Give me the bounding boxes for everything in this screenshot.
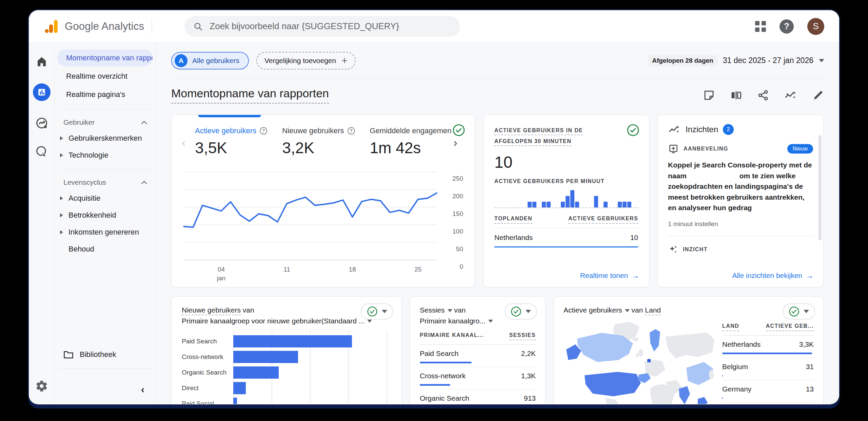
check-circle-icon bbox=[511, 306, 521, 317]
expand-arrow-icon[interactable] bbox=[60, 136, 63, 140]
sidebar-item-acquisitie[interactable]: Acquisitie bbox=[55, 190, 156, 207]
search-input[interactable] bbox=[209, 21, 451, 32]
realtime-card: ACTIEVE GEBRUIKERS IN DE AFGELOPEN 30 MI… bbox=[483, 115, 649, 287]
help-icon[interactable]: ? bbox=[780, 19, 794, 34]
minute-bar bbox=[532, 202, 536, 207]
data-quality-pill[interactable] bbox=[361, 303, 393, 320]
column-header-dimension: PRIMAIRE KANAAL... bbox=[420, 332, 484, 340]
row-label: Organic Search bbox=[420, 394, 469, 402]
value-bar bbox=[420, 362, 472, 363]
sidebar-item-realtime-paginas[interactable]: Realtime pagina's bbox=[57, 86, 153, 103]
compare-reports-icon[interactable] bbox=[730, 89, 742, 101]
insights-sparkline-icon[interactable] bbox=[784, 89, 797, 101]
main-content: A Alle gebruikers Vergelijking toevoegen… bbox=[156, 43, 839, 404]
apps-grid-icon[interactable] bbox=[755, 21, 766, 32]
page-title: Momentopname van rapporten bbox=[171, 87, 329, 104]
expand-arrow-icon[interactable] bbox=[60, 153, 63, 157]
settings-gear-icon[interactable] bbox=[35, 380, 48, 393]
segment-chip-all-users[interactable]: A Alle gebruikers bbox=[171, 52, 249, 69]
sidebar-item-momentopname[interactable]: Momentopname van rapporten bbox=[57, 49, 153, 66]
metric-label: Nieuwe gebruikers bbox=[282, 126, 344, 135]
all-insights-link[interactable]: Alle inzichten bekijken→ bbox=[732, 271, 814, 280]
insights-scroll-area[interactable]: AANBEVELING Nieuw Koppel je Search Conso… bbox=[668, 143, 813, 263]
metrics-scroll-left-icon[interactable]: ‹ bbox=[182, 136, 185, 149]
help-circle-icon[interactable]: ? bbox=[348, 127, 355, 135]
top-app-bar: Google Analytics ? S bbox=[29, 10, 839, 43]
channel-label: Organic Search bbox=[182, 369, 233, 376]
value-bar bbox=[722, 375, 723, 377]
edit-pencil-icon[interactable] bbox=[812, 89, 824, 101]
caret-down-icon[interactable] bbox=[488, 320, 493, 323]
channel-label: Direct bbox=[182, 384, 233, 392]
reports-icon[interactable] bbox=[33, 83, 51, 101]
search-icon bbox=[193, 21, 203, 32]
svg-text:0: 0 bbox=[459, 263, 463, 270]
date-range-text: 31 dec 2025 - 27 jan 2026 bbox=[723, 56, 813, 65]
column-header-active-users: ACTIEVE GEBRUIKERS bbox=[568, 216, 638, 224]
metric-tab-active-users[interactable]: Actieve gebruikers? 3,5K bbox=[195, 126, 267, 157]
date-range-picker[interactable]: Afgelopen 28 dagen 31 dec 2025 - 27 jan … bbox=[648, 55, 824, 66]
note-icon[interactable] bbox=[703, 89, 715, 101]
check-circle-icon bbox=[789, 306, 800, 317]
expand-arrow-icon[interactable] bbox=[60, 213, 63, 217]
row-label: Belgium bbox=[722, 363, 748, 371]
ga-logo[interactable]: Google Analytics bbox=[44, 19, 144, 34]
date-preset-badge: Afgelopen 28 dagen bbox=[648, 55, 717, 66]
sidebar-item-gebruikerskenmerken[interactable]: Gebruikerskenmerken bbox=[55, 130, 156, 147]
caret-down-icon[interactable] bbox=[625, 309, 630, 312]
advertising-icon[interactable] bbox=[35, 145, 48, 158]
share-icon[interactable] bbox=[757, 89, 769, 101]
insight-text: Piek in belangrijke gebeurtenissen voor … bbox=[668, 260, 813, 263]
home-icon[interactable] bbox=[36, 56, 48, 68]
svg-text:jan: jan bbox=[217, 275, 225, 282]
comparison-label: Vergelijking toevoegen bbox=[264, 57, 336, 65]
caret-down-icon bbox=[804, 310, 809, 313]
section-title: Levenscyclus bbox=[63, 178, 106, 186]
selected-tab-indicator bbox=[198, 115, 261, 117]
minute-bar bbox=[566, 196, 570, 207]
section-levenscyclus[interactable]: Levenscyclus bbox=[55, 175, 156, 190]
expand-arrow-icon[interactable] bbox=[60, 196, 63, 200]
sidebar-item-technologie[interactable]: Technologie bbox=[55, 147, 156, 164]
explore-icon[interactable] bbox=[35, 117, 48, 129]
data-quality-pill[interactable] bbox=[505, 303, 537, 320]
caret-down-icon[interactable] bbox=[367, 320, 372, 323]
countries-table: LAND ACTIEVE GEB... Netherlands3,3K Belg… bbox=[722, 317, 814, 404]
channel-row: Direct bbox=[182, 380, 391, 396]
ga-logo-icon bbox=[44, 19, 59, 34]
add-comparison-chip[interactable]: Vergelijking toevoegen + bbox=[256, 52, 356, 69]
minute-bar bbox=[627, 202, 631, 207]
minute-bar bbox=[604, 202, 608, 207]
metric-tab-engagement-time[interactable]: Gemiddelde engagemen 1m 42s bbox=[370, 126, 452, 157]
minute-bar bbox=[528, 202, 532, 207]
sidebar-item-bibliotheek[interactable]: Bibliotheek bbox=[55, 346, 156, 363]
sidebar-item-behoud[interactable]: Behoud bbox=[55, 241, 156, 258]
section-gebruiker[interactable]: Gebruiker bbox=[55, 115, 156, 130]
metric-tab-new-users[interactable]: Nieuwe gebruikers? 3,2K bbox=[282, 126, 355, 157]
data-quality-pill[interactable] bbox=[783, 303, 815, 320]
sidebar-item-betrokkenheid[interactable]: Betrokkenheid bbox=[55, 207, 156, 224]
channel-row: Paid Social bbox=[182, 396, 391, 404]
recommendation-kicker: AANBEVELING bbox=[684, 146, 728, 152]
channel-label: Cross-network bbox=[182, 353, 233, 361]
divider bbox=[59, 109, 151, 109]
svg-text:18: 18 bbox=[349, 266, 356, 273]
data-quality-check-icon[interactable] bbox=[627, 124, 639, 138]
help-circle-icon[interactable]: ? bbox=[260, 127, 267, 135]
expand-arrow-icon[interactable] bbox=[60, 230, 63, 234]
scrollbar-thumb[interactable] bbox=[818, 135, 822, 240]
sidebar-item-label: Behoud bbox=[68, 245, 94, 254]
sidebar-item-realtime-overzicht[interactable]: Realtime overzicht bbox=[57, 68, 153, 85]
data-quality-check-icon[interactable] bbox=[452, 124, 465, 138]
sidebar-item-inkomsten[interactable]: Inkomsten genereren bbox=[55, 224, 156, 241]
search-bar[interactable] bbox=[184, 16, 460, 37]
channel-label: Paid Search bbox=[182, 338, 233, 345]
row-label: Germany bbox=[722, 385, 751, 393]
caret-down-icon[interactable] bbox=[448, 309, 452, 312]
avatar[interactable]: S bbox=[807, 18, 824, 35]
realtime-link[interactable]: Realtime tonen→ bbox=[580, 271, 639, 280]
collapse-sidebar-icon[interactable]: ‹ bbox=[141, 384, 144, 395]
report-toolbar bbox=[703, 89, 824, 101]
table-row: Belgium31 bbox=[722, 358, 814, 380]
sidebar-item-label: Gebruikerskenmerken bbox=[68, 134, 142, 143]
